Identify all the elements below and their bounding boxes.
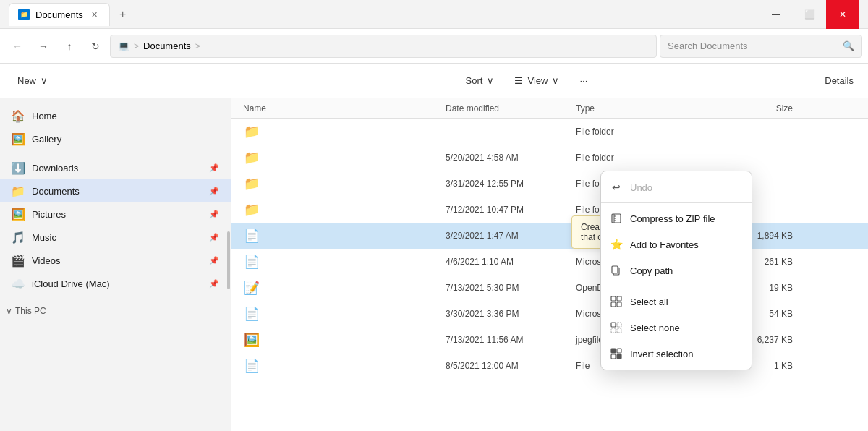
music-icon: 🎵 <box>12 231 25 244</box>
file-row[interactable]: 📁 File folder <box>231 119 868 145</box>
minimize-button[interactable]: — <box>760 0 793 29</box>
back-button[interactable]: ← <box>6 35 29 58</box>
svg-rect-4 <box>617 296 621 301</box>
file-icon: 📝 <box>243 279 260 296</box>
menu-item-undo[interactable]: ↩ Undo <box>601 174 752 200</box>
file-icon: 📄 <box>243 305 260 323</box>
music-pin-icon: 📌 <box>209 233 219 242</box>
new-label: New <box>17 75 36 86</box>
new-tab-button[interactable]: + <box>113 4 133 25</box>
svg-rect-10 <box>617 328 621 333</box>
file-icon: 📁 <box>243 149 260 166</box>
downloads-icon: ⬇️ <box>12 161 25 174</box>
svg-rect-2 <box>612 266 618 273</box>
file-icon: 📄 <box>243 253 260 270</box>
gallery-icon: 🖼️ <box>12 132 25 145</box>
file-row[interactable]: 📁 7/12/2021 10:47 PM File folder <box>231 197 868 223</box>
details-button[interactable]: Details <box>819 75 859 86</box>
file-row[interactable]: 🖼️ 7/13/2021 11:56 AM jpegfile 6,237 KB <box>231 327 868 353</box>
sidebar-item-icloud[interactable]: ☁️ iCloud Drive (Mac) 📌 <box>0 272 231 295</box>
new-button[interactable]: New ∨ <box>9 69 56 93</box>
file-row[interactable]: 📄 4/6/2021 1:10 AM Microsoft Edge PDF ..… <box>231 249 868 275</box>
tab-label: Documents <box>35 9 83 20</box>
sort-label: Sort <box>466 75 483 86</box>
window-controls: — ⬜ ✕ <box>760 0 859 29</box>
file-list[interactable]: Name Date modified Type Size 📁 File fold… <box>231 98 868 431</box>
sidebar: 🏠 Home 🖼️ Gallery ⬇️ Downloads 📌 📁 Docum… <box>0 98 231 431</box>
address-bar[interactable]: 💻 > Documents > <box>110 35 657 58</box>
search-bar[interactable]: Search Documents 🔍 <box>660 35 862 58</box>
this-pc-arrow-icon: ∨ <box>6 306 12 316</box>
undo-label: Undo <box>630 182 652 193</box>
select-all-label: Select all <box>630 296 668 307</box>
svg-rect-14 <box>617 354 621 359</box>
videos-label: Videos <box>32 255 61 266</box>
file-date: 7/12/2021 10:47 PM <box>446 205 576 215</box>
file-icon: 📁 <box>243 123 260 140</box>
file-date: 7/13/2021 5:30 PM <box>446 283 576 293</box>
pictures-icon: 🖼️ <box>12 208 25 221</box>
menu-item-select-none[interactable]: Select none <box>601 315 752 341</box>
file-row[interactable]: 📄 3/30/2021 3:36 PM Microsoft Edge PDF .… <box>231 301 868 327</box>
address-separator-2: > <box>195 41 200 51</box>
this-pc-header[interactable]: ∨ This PC <box>0 301 231 321</box>
menu-item-compress[interactable]: Compress to ZIP file <box>601 205 752 231</box>
menu-item-favorites[interactable]: ⭐ Add to Favorites <box>601 231 752 257</box>
active-tab[interactable]: 📁 Documents ✕ <box>9 3 110 26</box>
view-button[interactable]: ☰ View ∨ <box>506 69 568 93</box>
file-type: File folder <box>576 153 720 163</box>
sidebar-item-videos[interactable]: 🎬 Videos 📌 <box>0 249 231 272</box>
more-icon: ··· <box>579 75 587 86</box>
file-rows-container: 📁 File folder 📁 5/20/2021 4:58 AM File f… <box>231 119 868 379</box>
refresh-button[interactable]: ↻ <box>84 35 107 58</box>
sidebar-item-pictures[interactable]: 🖼️ Pictures 📌 <box>0 202 231 226</box>
file-row[interactable]: 📁 3/31/2024 12:55 PM File folder <box>231 171 868 197</box>
sort-arrow-icon: ∨ <box>487 75 494 86</box>
svg-rect-6 <box>617 302 621 307</box>
sort-button[interactable]: Sort ∨ <box>457 69 503 93</box>
tab-close-button[interactable]: ✕ <box>89 9 101 20</box>
menu-item-select-all[interactable]: Select all <box>601 289 752 315</box>
sidebar-item-home[interactable]: 🏠 Home <box>0 104 231 127</box>
close-button[interactable]: ✕ <box>826 0 859 29</box>
sidebar-item-music[interactable]: 🎵 Music 📌 <box>0 226 231 249</box>
svg-rect-11 <box>611 349 616 353</box>
documents-icon: 📁 <box>12 184 25 197</box>
menu-item-invert[interactable]: Invert selection <box>601 341 752 367</box>
file-list-header: Name Date modified Type Size <box>231 98 868 119</box>
file-icon: 📄 <box>243 227 260 244</box>
compress-label: Compress to ZIP file <box>630 213 715 224</box>
new-arrow-icon: ∨ <box>41 75 48 86</box>
sidebar-item-downloads[interactable]: ⬇️ Downloads 📌 <box>0 156 231 179</box>
maximize-button[interactable]: ⬜ <box>793 0 826 29</box>
search-icon: 🔍 <box>843 40 854 51</box>
invert-icon <box>610 347 623 360</box>
invert-label: Invert selection <box>630 349 693 359</box>
file-icon: 🖼️ <box>243 331 260 349</box>
home-icon: 🏠 <box>12 109 25 122</box>
menu-item-copy-path[interactable]: Copy path <box>601 257 752 283</box>
file-row[interactable]: 📄 8/5/2021 12:00 AM File 1 KB <box>231 353 868 379</box>
column-header-size: Size <box>720 103 793 114</box>
file-date: 7/13/2021 11:56 AM <box>446 335 576 345</box>
address-separator-1: > <box>134 41 139 51</box>
forward-button[interactable]: → <box>32 35 55 58</box>
sidebar-item-documents[interactable]: 📁 Documents 📌 <box>0 179 231 202</box>
file-row[interactable]: 📄 3/29/2021 1:47 AM Microsoft Edge PDF .… <box>231 223 868 249</box>
more-button[interactable]: ··· <box>571 69 596 93</box>
sidebar-scrollbar[interactable] <box>226 98 231 431</box>
menu-divider-2 <box>601 286 752 286</box>
up-button[interactable]: ↑ <box>58 35 81 58</box>
file-row[interactable]: 📝 7/13/2021 5:30 PM OpenDocument Text 19… <box>231 275 868 301</box>
view-arrow-icon: ∨ <box>552 75 559 86</box>
sidebar-item-gallery[interactable]: 🖼️ Gallery <box>0 127 231 150</box>
file-row[interactable]: 📁 5/20/2021 4:58 AM File folder <box>231 145 868 171</box>
main-content: 🏠 Home 🖼️ Gallery ⬇️ Downloads 📌 📁 Docum… <box>0 98 868 431</box>
address-segment: Documents <box>143 40 191 51</box>
pictures-pin-icon: 📌 <box>209 210 219 219</box>
menu-divider-1 <box>601 202 752 203</box>
svg-rect-13 <box>611 354 616 359</box>
column-header-name: Name <box>243 103 446 114</box>
documents-pin-icon: 📌 <box>209 187 219 196</box>
undo-icon: ↩ <box>610 181 623 194</box>
